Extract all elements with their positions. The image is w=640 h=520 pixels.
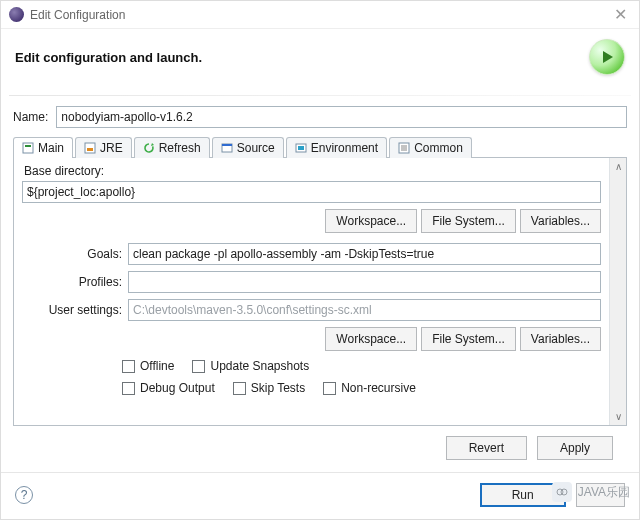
- edit-configuration-dialog: Edit Configuration ✕ Edit configuration …: [0, 0, 640, 520]
- source-tab-icon: [221, 142, 233, 154]
- checkbox-icon: [122, 360, 135, 373]
- run-green-icon: [589, 39, 625, 75]
- scroll-up-icon[interactable]: ∧: [610, 158, 626, 175]
- base-directory-buttons: Workspace... File System... Variables...: [22, 209, 601, 233]
- file-system-button-2[interactable]: File System...: [421, 327, 516, 351]
- dialog-bottom-bar: ? Run JAVA乐园: [1, 472, 639, 519]
- dialog-body: Name: Main JRE Refresh: [1, 96, 639, 464]
- user-settings-buttons: Workspace... File System... Variables...: [22, 327, 601, 351]
- skip-tests-checkbox[interactable]: Skip Tests: [233, 381, 305, 395]
- help-icon[interactable]: ?: [15, 486, 33, 504]
- tab-source[interactable]: Source: [212, 137, 284, 158]
- svg-rect-7: [222, 144, 232, 146]
- workspace-button-2[interactable]: Workspace...: [325, 327, 417, 351]
- jre-tab-icon: [84, 142, 96, 154]
- user-settings-input[interactable]: [128, 299, 601, 321]
- goals-label: Goals:: [22, 247, 122, 261]
- checkbox-label: Skip Tests: [251, 381, 305, 395]
- variables-button-2[interactable]: Variables...: [520, 327, 601, 351]
- revert-button[interactable]: Revert: [446, 436, 527, 460]
- name-label: Name:: [13, 110, 48, 124]
- name-row: Name:: [13, 106, 627, 128]
- main-tab-icon: [22, 142, 34, 154]
- base-directory-input[interactable]: [22, 181, 601, 203]
- svg-marker-5: [151, 143, 154, 146]
- goals-input[interactable]: [128, 243, 601, 265]
- tab-label: Common: [414, 141, 463, 155]
- checkbox-label: Debug Output: [140, 381, 215, 395]
- maven-fields: Goals: Profiles: User settings:: [22, 243, 601, 321]
- checkbox-label: Offline: [140, 359, 174, 373]
- svg-marker-0: [603, 51, 613, 63]
- banner-headline: Edit configuration and launch.: [15, 50, 589, 65]
- non-recursive-checkbox[interactable]: Non-recursive: [323, 381, 416, 395]
- title-bar: Edit Configuration ✕: [1, 1, 639, 29]
- tab-main[interactable]: Main: [13, 137, 73, 158]
- debug-output-checkbox[interactable]: Debug Output: [122, 381, 215, 395]
- checkbox-icon: [122, 382, 135, 395]
- panel-scrollbar[interactable]: ∧ ∨: [609, 158, 626, 425]
- base-directory-label: Base directory:: [24, 164, 601, 178]
- window-title: Edit Configuration: [30, 8, 610, 22]
- tab-label: Source: [237, 141, 275, 155]
- name-input[interactable]: [56, 106, 627, 128]
- tab-jre[interactable]: JRE: [75, 137, 132, 158]
- profiles-input[interactable]: [128, 271, 601, 293]
- update-snapshots-checkbox[interactable]: Update Snapshots: [192, 359, 309, 373]
- main-tab-panel: ∧ ∨ Base directory: Workspace... File Sy…: [13, 158, 627, 426]
- profiles-label: Profiles:: [22, 275, 122, 289]
- svg-rect-9: [298, 146, 304, 150]
- scroll-down-icon[interactable]: ∨: [610, 408, 626, 425]
- maven-options-checkboxes: Offline Update Snapshots Debug Output Sk…: [122, 359, 601, 395]
- common-tab-icon: [398, 142, 410, 154]
- tab-common[interactable]: Common: [389, 137, 472, 158]
- tab-label: Environment: [311, 141, 378, 155]
- tab-environment[interactable]: Environment: [286, 137, 387, 158]
- apply-button[interactable]: Apply: [537, 436, 613, 460]
- config-tabs: Main JRE Refresh Source: [13, 136, 627, 158]
- file-system-button[interactable]: File System...: [421, 209, 516, 233]
- secondary-button[interactable]: [576, 483, 625, 507]
- tab-label: JRE: [100, 141, 123, 155]
- refresh-tab-icon: [143, 142, 155, 154]
- checkbox-icon: [323, 382, 336, 395]
- workspace-button[interactable]: Workspace...: [325, 209, 417, 233]
- offline-checkbox[interactable]: Offline: [122, 359, 174, 373]
- close-icon[interactable]: ✕: [610, 5, 631, 24]
- eclipse-icon: [9, 7, 24, 22]
- checkbox-icon: [233, 382, 246, 395]
- user-settings-label: User settings:: [22, 303, 122, 317]
- checkbox-label: Non-recursive: [341, 381, 416, 395]
- svg-rect-4: [87, 148, 93, 151]
- run-button[interactable]: Run: [480, 483, 566, 507]
- checkbox-label: Update Snapshots: [210, 359, 309, 373]
- checkbox-icon: [192, 360, 205, 373]
- tab-label: Main: [38, 141, 64, 155]
- svg-rect-2: [25, 145, 31, 147]
- dialog-banner: Edit configuration and launch.: [1, 29, 639, 87]
- tab-label: Refresh: [159, 141, 201, 155]
- variables-button[interactable]: Variables...: [520, 209, 601, 233]
- svg-rect-1: [23, 143, 33, 153]
- revert-apply-row: Revert Apply: [13, 426, 627, 460]
- tab-refresh[interactable]: Refresh: [134, 137, 210, 158]
- environment-tab-icon: [295, 142, 307, 154]
